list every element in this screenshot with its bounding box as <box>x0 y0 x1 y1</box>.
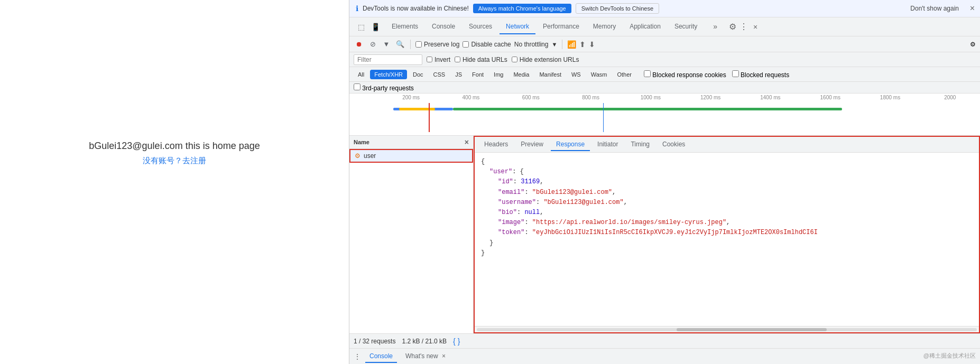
toolbar-separator-2 <box>562 40 562 49</box>
json-line-2: "user": { <box>489 167 973 177</box>
type-wasm-btn[interactable]: Wasm <box>587 70 612 79</box>
preserve-log-label[interactable]: Preserve log <box>415 41 459 48</box>
blocked-cookies-text: Blocked response cookies <box>652 71 726 79</box>
preserve-log-checkbox[interactable] <box>415 41 422 48</box>
tab-response[interactable]: Response <box>551 138 590 151</box>
console-tab[interactable]: Console <box>365 350 397 363</box>
timeline-bars <box>381 105 980 121</box>
match-language-btn[interactable]: Always match Chrome's language <box>473 4 571 13</box>
hide-data-urls-label[interactable]: Hide data URLs <box>455 56 507 63</box>
devtools-icon-group: ⬚ 📱 <box>354 22 384 32</box>
inspect-icon[interactable]: ⬚ <box>356 22 367 32</box>
request-type-icon: ⚙ <box>355 152 360 160</box>
type-fetch-xhr-btn[interactable]: Fetch/XHR <box>370 70 407 79</box>
tab-headers[interactable]: Headers <box>479 138 513 151</box>
whats-new-close[interactable]: × <box>442 352 446 360</box>
disable-cache-label[interactable]: Disable cache <box>463 41 511 48</box>
tab-console[interactable]: Console <box>426 20 461 34</box>
tab-cookies[interactable]: Cookies <box>657 138 690 151</box>
type-doc-btn[interactable]: Doc <box>409 70 428 79</box>
third-party-bar: 3rd-party requests <box>349 82 980 94</box>
type-img-btn[interactable]: Img <box>489 70 507 79</box>
blocked-requests-checkbox[interactable] <box>732 70 739 77</box>
timeline-marker-blue <box>603 103 604 132</box>
json-line-1: { <box>481 157 973 167</box>
invert-checkbox[interactable] <box>427 57 432 62</box>
toolbar-separator-1 <box>410 40 411 49</box>
disable-cache-checkbox[interactable] <box>463 41 469 48</box>
hide-ext-urls-checkbox[interactable] <box>512 57 517 62</box>
timeline-label-600: 600 ms <box>501 95 561 100</box>
hide-data-urls-checkbox[interactable] <box>455 57 460 62</box>
filter-input[interactable] <box>354 54 422 65</box>
blocked-requests-label[interactable]: Blocked requests <box>732 70 789 79</box>
third-party-text: 3rd-party requests <box>362 85 413 92</box>
whats-new-tab[interactable]: What's new × <box>401 350 450 363</box>
tab-application[interactable]: Application <box>623 20 667 34</box>
more-tabs-btn[interactable]: » <box>707 19 724 35</box>
invert-label[interactable]: Invert <box>427 56 450 63</box>
tab-memory[interactable]: Memory <box>587 20 622 34</box>
name-column-header: Name <box>354 139 369 145</box>
tab-sources[interactable]: Sources <box>463 20 498 34</box>
info-bar-text: DevTools is now available in Chinese! <box>363 5 469 12</box>
blocked-cookies-checkbox[interactable] <box>644 70 651 77</box>
json-format-btn[interactable]: { } <box>453 337 460 346</box>
devtools-panel: ℹ DevTools is now available in Chinese! … <box>349 0 980 364</box>
throttle-arrow[interactable]: ▼ <box>551 41 557 48</box>
transfer-size: 1.2 kB / 21.0 kB <box>402 338 447 345</box>
type-all-btn[interactable]: All <box>354 70 368 79</box>
type-font-btn[interactable]: Font <box>468 70 488 79</box>
request-list: Name × ⚙ user <box>349 136 474 333</box>
switch-chinese-btn[interactable]: Switch DevTools to Chinese <box>576 3 659 14</box>
toolbar-settings-icon[interactable]: ⚙ <box>970 41 976 48</box>
infobar-close-btn[interactable]: × <box>970 4 975 13</box>
download-icon[interactable]: ⬇ <box>589 40 595 49</box>
tab-initiator[interactable]: Initiator <box>592 138 623 151</box>
timeline-label-1000: 1000 ms <box>621 95 680 100</box>
third-party-label[interactable]: 3rd-party requests <box>354 83 414 92</box>
type-js-btn[interactable]: JS <box>451 70 466 79</box>
more-vert-icon[interactable]: ⋮ <box>739 22 748 32</box>
scrollbar-thumb[interactable] <box>677 328 827 331</box>
scrollbar-track[interactable] <box>477 328 977 331</box>
upload-icon[interactable]: ⬆ <box>579 40 586 49</box>
dont-show-link[interactable]: Don't show again <box>910 5 959 12</box>
type-filter-bar: All Fetch/XHR Doc CSS JS Font Img Media … <box>349 67 980 82</box>
close-devtools-icon[interactable]: × <box>753 23 757 31</box>
type-manifest-btn[interactable]: Manifest <box>535 70 566 79</box>
timeline-marker-red <box>429 103 430 132</box>
hide-ext-urls-label[interactable]: Hide extension URLs <box>512 56 579 63</box>
info-icon: ℹ <box>356 4 358 13</box>
device-icon[interactable]: 📱 <box>369 22 382 32</box>
record-btn[interactable]: ⏺ <box>354 39 364 50</box>
type-css-btn[interactable]: CSS <box>429 70 450 79</box>
request-name: user <box>364 152 376 160</box>
tab-elements[interactable]: Elements <box>385 20 424 34</box>
json-line-4: "email": "bGulei123@gulei.com", <box>498 188 973 198</box>
third-party-checkbox[interactable] <box>354 83 360 90</box>
settings-icon[interactable]: ⚙ <box>729 22 736 32</box>
close-panel-btn[interactable]: × <box>465 138 469 146</box>
tab-preview[interactable]: Preview <box>515 138 549 151</box>
console-menu-icon[interactable]: ⋮ <box>354 352 361 361</box>
register-link[interactable]: 没有账号？去注册 <box>143 156 206 166</box>
request-item-user[interactable]: ⚙ user <box>349 149 473 163</box>
tab-security[interactable]: Security <box>668 20 704 34</box>
filter-icon-btn[interactable]: ▼ <box>381 39 392 50</box>
tab-network[interactable]: Network <box>500 20 535 34</box>
blocked-cookies-label[interactable]: Blocked response cookies <box>644 70 726 79</box>
tab-performance[interactable]: Performance <box>537 20 586 34</box>
type-ws-btn[interactable]: WS <box>567 70 585 79</box>
response-body: { "user": { "id": 31169, "email": "bGule… <box>475 153 979 326</box>
tab-timing[interactable]: Timing <box>625 138 655 151</box>
type-media-btn[interactable]: Media <box>509 70 533 79</box>
response-scrollbar[interactable] <box>475 326 979 332</box>
request-list-header: Name × <box>349 136 473 149</box>
search-icon-btn[interactable]: 🔍 <box>395 39 405 50</box>
json-line-9: } <box>489 238 973 248</box>
type-other-btn[interactable]: Other <box>613 70 636 79</box>
timeline-label-800: 800 ms <box>561 95 621 100</box>
clear-btn[interactable]: ⊘ <box>367 39 378 50</box>
timeline-label-400: 400 ms <box>441 95 501 100</box>
